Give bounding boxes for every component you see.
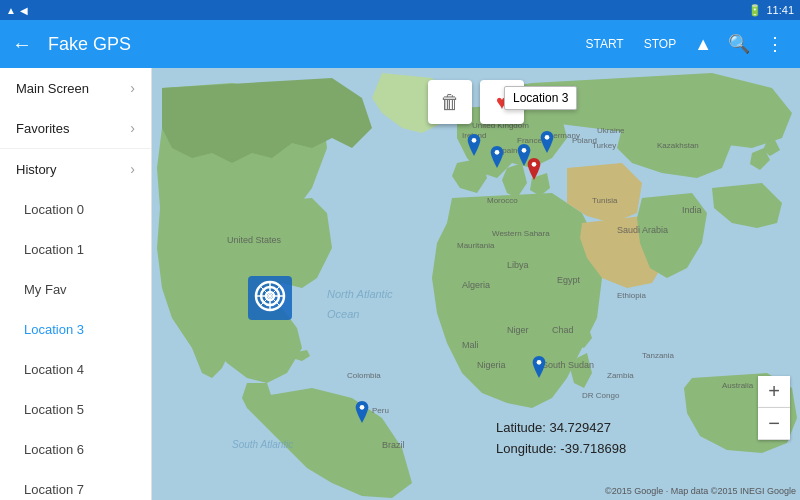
delete-button[interactable]: 🗑 [428, 80, 472, 124]
battery-icon: 🔋 [748, 4, 762, 17]
svg-text:Niger: Niger [507, 325, 529, 335]
map-pin[interactable] [486, 146, 508, 168]
svg-point-37 [545, 135, 550, 140]
svg-text:Chad: Chad [552, 325, 574, 335]
sidebar-item-location1[interactable]: Location 1 [0, 229, 151, 269]
location0-label: Location 0 [24, 202, 84, 217]
map-zoom-controls: + − [758, 376, 790, 440]
svg-text:Colombia: Colombia [347, 371, 381, 380]
stop-button[interactable]: STOP [638, 33, 682, 55]
svg-text:India: India [682, 205, 702, 215]
sidebar-item-location3[interactable]: Location 3 [0, 309, 151, 349]
svg-text:Tanzania: Tanzania [642, 351, 675, 360]
app-bar: ← Fake GPS START STOP ▲ 🔍 ⋮ [0, 20, 800, 68]
svg-text:South Atlantic: South Atlantic [232, 439, 293, 450]
svg-point-38 [532, 162, 537, 167]
sidebar-item-location4[interactable]: Location 4 [0, 349, 151, 389]
map-pin[interactable] [463, 134, 485, 156]
sidebar-item-location7[interactable]: Location 7 [0, 469, 151, 500]
svg-text:Libya: Libya [507, 260, 529, 270]
sidebar-item-favorites[interactable]: Favorites › [0, 108, 151, 148]
location7-label: Location 7 [24, 482, 84, 497]
sidebar-item-history[interactable]: History › [0, 149, 151, 189]
signal-icon: ◀ [20, 5, 28, 16]
sidebar-top-section: Main Screen › Favorites › [0, 68, 151, 149]
svg-text:Ocean: Ocean [327, 308, 359, 320]
status-bar: ▲ ◀ 🔋 11:41 [0, 0, 800, 20]
svg-text:Australia: Australia [722, 381, 754, 390]
favorites-label: Favorites [16, 121, 69, 136]
svg-text:Morocco: Morocco [487, 196, 518, 205]
lat-value: 34.729427 [550, 420, 611, 435]
lon-value: -39.718698 [560, 441, 626, 456]
status-bar-right: 🔋 11:41 [748, 4, 794, 17]
map-copyright: ©2015 Google · Map data ©2015 INEGI Goog… [605, 486, 796, 496]
app-title: Fake GPS [48, 34, 563, 55]
sidebar-item-location6[interactable]: Location 6 [0, 429, 151, 469]
sidebar-history-section: History › Location 0 Location 1 My Fav L… [0, 149, 151, 500]
satellite-icon [240, 268, 300, 328]
more-options-icon[interactable]: ⋮ [762, 29, 788, 59]
map-area[interactable]: North Atlantic Ocean South Atlantic Unit… [152, 68, 800, 500]
app-bar-actions: START STOP ▲ 🔍 ⋮ [579, 29, 788, 59]
search-icon[interactable]: 🔍 [724, 29, 754, 59]
svg-text:Ukraine: Ukraine [597, 126, 625, 135]
chevron-icon: › [130, 80, 135, 96]
location3-label: Location 3 [24, 322, 84, 337]
svg-text:Ethiopia: Ethiopia [617, 291, 646, 300]
sidebar-item-main-screen[interactable]: Main Screen › [0, 68, 151, 108]
zoom-out-button[interactable]: − [758, 408, 790, 440]
location4-label: Location 4 [24, 362, 84, 377]
photo-icon[interactable]: ▲ [690, 30, 716, 59]
wifi-icon: ▲ [6, 5, 16, 16]
lat-label: Latitude: [496, 420, 546, 435]
svg-text:DR Congo: DR Congo [582, 391, 620, 400]
start-button[interactable]: START [579, 33, 629, 55]
lon-label: Longitude: [496, 441, 557, 456]
svg-text:North Atlantic: North Atlantic [327, 288, 393, 300]
chevron-icon: › [130, 120, 135, 136]
location5-label: Location 5 [24, 402, 84, 417]
svg-text:Brazil: Brazil [382, 440, 405, 450]
map-pin[interactable] [351, 401, 373, 423]
svg-text:Saudi Arabia: Saudi Arabia [617, 225, 668, 235]
svg-text:Tunisia: Tunisia [592, 196, 618, 205]
svg-point-40 [495, 150, 500, 155]
location1-label: Location 1 [24, 242, 84, 257]
status-bar-left: ▲ ◀ [6, 5, 28, 16]
map-pin-active[interactable] [523, 158, 545, 180]
sidebar-item-location5[interactable]: Location 5 [0, 389, 151, 429]
svg-text:Zambia: Zambia [607, 371, 634, 380]
svg-point-39 [472, 138, 477, 143]
location-label: Location 3 [504, 86, 577, 110]
svg-text:Poland: Poland [572, 136, 597, 145]
map-pin[interactable] [528, 356, 550, 378]
svg-text:Western Sahara: Western Sahara [492, 229, 550, 238]
myfav-label: My Fav [24, 282, 67, 297]
chevron-icon: › [130, 161, 135, 177]
latitude-display: Latitude: 34.729427 [496, 418, 626, 439]
svg-point-41 [537, 360, 542, 365]
svg-text:Peru: Peru [372, 406, 389, 415]
main-screen-label: Main Screen [16, 81, 89, 96]
svg-text:Nigeria: Nigeria [477, 360, 506, 370]
map-info: Latitude: 34.729427 Longitude: -39.71869… [496, 418, 626, 460]
svg-text:United States: United States [227, 235, 282, 245]
svg-point-42 [360, 405, 365, 410]
svg-text:Algeria: Algeria [462, 280, 490, 290]
svg-text:Mauritania: Mauritania [457, 241, 495, 250]
svg-text:Kazakhstan: Kazakhstan [657, 141, 699, 150]
sidebar: Main Screen › Favorites › History › Loca… [0, 68, 152, 500]
back-button[interactable]: ← [12, 33, 32, 56]
longitude-display: Longitude: -39.718698 [496, 439, 626, 460]
sidebar-item-myfav[interactable]: My Fav [0, 269, 151, 309]
svg-text:Mali: Mali [462, 340, 479, 350]
location6-label: Location 6 [24, 442, 84, 457]
time-display: 11:41 [766, 4, 794, 16]
map-pin[interactable] [536, 131, 558, 153]
history-label: History [16, 162, 56, 177]
sidebar-item-location0[interactable]: Location 0 [0, 189, 151, 229]
svg-text:Egypt: Egypt [557, 275, 581, 285]
zoom-in-button[interactable]: + [758, 376, 790, 408]
main-layout: Main Screen › Favorites › History › Loca… [0, 68, 800, 500]
